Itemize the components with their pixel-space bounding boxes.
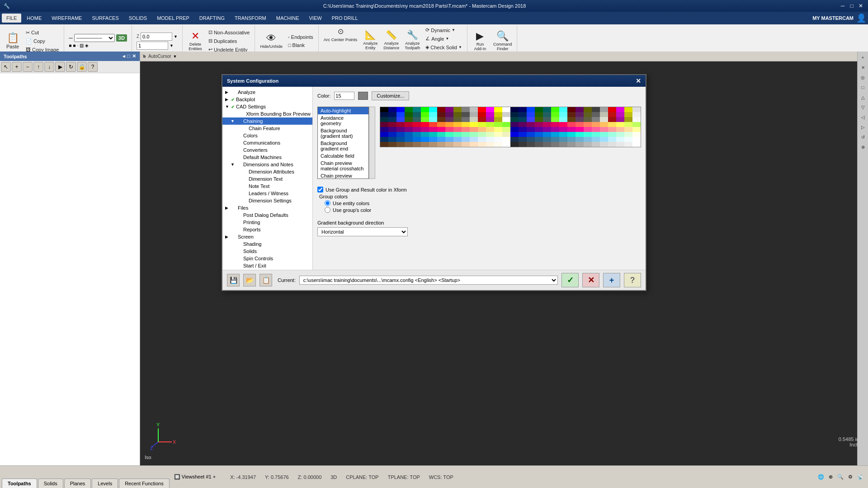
color-cell[interactable] [608, 112, 616, 117]
color-list-item[interactable]: Background gradient end [318, 140, 368, 152]
color-cell[interactable] [502, 127, 510, 132]
color-cell[interactable] [551, 107, 559, 112]
color-cell[interactable] [502, 107, 510, 112]
color-cell[interactable] [584, 137, 592, 142]
color-cell[interactable] [608, 107, 616, 112]
z-dropdown-icon[interactable]: ▼ [174, 34, 178, 39]
footer-icon-3[interactable]: 📋 [259, 274, 272, 286]
color-cell[interactable] [616, 112, 624, 117]
color-cell[interactable] [616, 132, 624, 137]
color-cell[interactable] [510, 122, 519, 127]
tool-add[interactable]: + [12, 62, 22, 72]
color-cell[interactable] [608, 142, 616, 147]
color-cell[interactable] [624, 122, 632, 127]
color-cell[interactable] [405, 122, 413, 127]
color-cell[interactable] [616, 137, 624, 142]
tab-solids[interactable]: Solids [38, 479, 63, 488]
color-cell[interactable] [543, 127, 551, 132]
color-cell[interactable] [413, 137, 421, 142]
status-icon-3[interactable]: 🔍 [837, 474, 844, 480]
color-cell[interactable] [510, 137, 519, 142]
color-cell[interactable] [632, 107, 641, 112]
tab-toolpaths[interactable]: Toolpaths [2, 479, 37, 488]
tree-item[interactable]: Spin Controls [222, 255, 312, 262]
color-cell[interactable] [429, 142, 437, 147]
color-cell[interactable] [396, 117, 405, 122]
color-cell[interactable] [608, 122, 616, 127]
color-cell[interactable] [429, 127, 437, 132]
color-cell[interactable] [478, 137, 486, 142]
color-cell[interactable] [380, 107, 388, 112]
run-add-in-button[interactable]: ▶ RunAdd-In [470, 28, 490, 55]
color-cell[interactable] [478, 132, 486, 137]
color-cell[interactable] [396, 127, 405, 132]
delete-button[interactable]: ✕ DeleteEntities [185, 28, 205, 55]
color-cell[interactable] [616, 127, 624, 132]
status-icon-1[interactable]: 🌐 [818, 474, 824, 480]
color-cell[interactable] [413, 142, 421, 147]
tree-item[interactable]: Printing [222, 219, 312, 226]
color-cell[interactable] [421, 137, 429, 142]
color-cell[interactable] [543, 107, 551, 112]
color-cell[interactable] [551, 117, 559, 122]
color-cell[interactable] [453, 122, 462, 127]
color-cell[interactable] [592, 107, 600, 112]
color-cell[interactable] [413, 112, 421, 117]
color-cell[interactable] [551, 112, 559, 117]
tree-expand-icon[interactable]: ▶ [225, 206, 230, 210]
right-tool-7[interactable]: ◁ [859, 113, 867, 121]
color-cell[interactable] [405, 132, 413, 137]
use-groups-color-radio[interactable] [325, 207, 330, 213]
color-cell[interactable] [624, 137, 632, 142]
color-cell[interactable] [584, 122, 592, 127]
color-cell[interactable] [543, 122, 551, 127]
color-cell[interactable] [388, 137, 396, 142]
color-cell[interactable] [559, 132, 567, 137]
tree-item[interactable]: ▶ Files [222, 204, 312, 211]
color-cell[interactable] [551, 137, 559, 142]
menu-view[interactable]: VIEW [305, 14, 326, 23]
tree-expand-icon[interactable]: ▶ [225, 97, 230, 102]
color-list-item[interactable]: Avoidance geometry [318, 114, 368, 127]
expand-icon[interactable]: □ [127, 53, 130, 59]
color-cell[interactable] [624, 132, 632, 137]
color-cell[interactable] [437, 117, 445, 122]
color-cell[interactable] [502, 142, 510, 147]
color-cell[interactable] [405, 112, 413, 117]
analyze-entity-button[interactable]: 📐 AnalyzeEntity [360, 26, 380, 53]
current-file-dropdown[interactable]: c:\users\imac training\documents\...\mca… [299, 276, 558, 285]
color-cell[interactable] [624, 142, 632, 147]
menu-file[interactable]: FILE [2, 14, 21, 23]
tab-planes[interactable]: Planes [64, 479, 91, 488]
color-cell[interactable] [405, 127, 413, 132]
color-cell[interactable] [567, 122, 576, 127]
color-cell[interactable] [624, 117, 632, 122]
color-cell[interactable] [478, 117, 486, 122]
color-cell[interactable] [592, 137, 600, 142]
color-cell[interactable] [567, 107, 576, 112]
color-cell[interactable] [632, 132, 641, 137]
color-cell[interactable] [559, 117, 567, 122]
color-cell[interactable] [608, 117, 616, 122]
color-cell[interactable] [551, 142, 559, 147]
color-cell[interactable] [608, 132, 616, 137]
analyze-toolpath-button[interactable]: 🔧 AnalyzeToolpath [402, 26, 422, 53]
use-entity-colors-radio[interactable] [325, 200, 330, 206]
color-cell[interactable] [576, 112, 584, 117]
color-cell[interactable] [478, 127, 486, 132]
tree-item[interactable]: Reports [222, 226, 312, 233]
color-cell[interactable] [551, 132, 559, 137]
color-cell[interactable] [535, 107, 543, 112]
color-cell[interactable] [396, 132, 405, 137]
color-cell[interactable] [632, 137, 641, 142]
tree-item[interactable]: ▼ Chaining [222, 117, 312, 125]
color-cell[interactable] [494, 142, 502, 147]
color-cell[interactable] [600, 132, 608, 137]
color-cell[interactable] [519, 117, 527, 122]
tab-recent-functions[interactable]: Recent Functions [119, 479, 170, 488]
color-cell[interactable] [470, 112, 478, 117]
color-cell[interactable] [486, 132, 494, 137]
color-cell[interactable] [519, 107, 527, 112]
color-cell[interactable] [632, 122, 641, 127]
color-list-item[interactable]: Chain preview material crosshatch [318, 160, 368, 172]
